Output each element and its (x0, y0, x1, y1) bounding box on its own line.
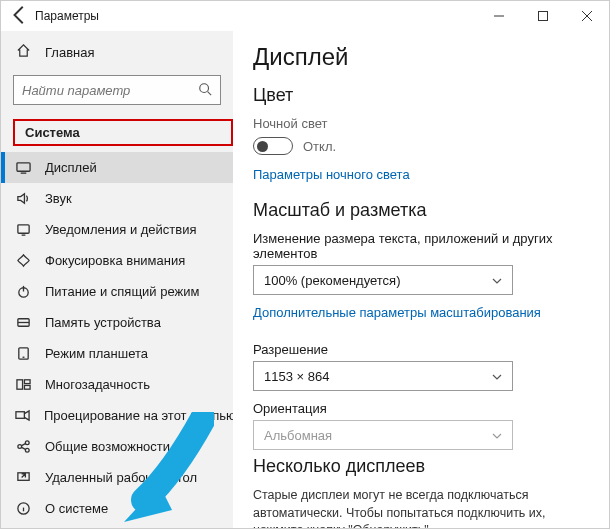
svg-rect-3 (17, 225, 28, 233)
sidebar-item-label: О системе (45, 501, 108, 516)
about-icon (15, 501, 31, 516)
svg-point-12 (25, 441, 29, 445)
group-multi-heading: Несколько дисплеев (253, 456, 589, 477)
content-area: Главная Система Дисплей Звук (1, 31, 609, 528)
chevron-down-icon (492, 429, 502, 441)
night-light-state: Откл. (303, 139, 336, 154)
display-icon (15, 160, 31, 175)
sidebar-item-label: Режим планшета (45, 346, 148, 361)
window-buttons (477, 1, 609, 31)
sidebar-home[interactable]: Главная (1, 35, 233, 69)
svg-rect-9 (24, 385, 30, 389)
scale-size-combo[interactable]: 100% (рекомендуется) (253, 265, 513, 295)
resolution-label: Разрешение (253, 342, 589, 357)
chevron-down-icon (492, 370, 502, 382)
sidebar-item-notifications[interactable]: Уведомления и действия (1, 214, 233, 245)
scale-size-value: 100% (рекомендуется) (264, 273, 400, 288)
shared-icon (15, 439, 31, 454)
sidebar: Главная Система Дисплей Звук (1, 31, 233, 528)
orientation-value: Альбомная (264, 428, 332, 443)
multitask-icon (15, 377, 31, 392)
multi-description: Старые дисплеи могут не всегда подключат… (253, 487, 583, 528)
sidebar-item-sound[interactable]: Звук (1, 183, 233, 214)
focus-icon (15, 253, 31, 268)
svg-rect-7 (16, 380, 22, 389)
back-icon[interactable] (9, 4, 31, 29)
sidebar-home-label: Главная (45, 45, 94, 60)
search-input-wrap[interactable] (13, 75, 221, 105)
advanced-scale-link[interactable]: Дополнительные параметры масштабирования (253, 305, 541, 320)
sidebar-item-label: Удаленный рабочий стол (45, 470, 197, 485)
sidebar-item-label: Проецирование на этот компьютер (44, 408, 233, 423)
night-light-settings-link[interactable]: Параметры ночного света (253, 167, 410, 182)
sidebar-item-project[interactable]: Проецирование на этот компьютер (1, 400, 233, 431)
remote-icon (15, 470, 31, 485)
sidebar-item-label: Память устройства (45, 315, 161, 330)
project-icon (15, 408, 30, 423)
sidebar-item-power[interactable]: Питание и спящий режим (1, 276, 233, 307)
sidebar-item-focus[interactable]: Фокусировка внимания (1, 245, 233, 276)
search-input[interactable] (22, 83, 198, 98)
sidebar-section-label: Система (13, 119, 233, 146)
chevron-down-icon (492, 274, 502, 286)
main-panel: Дисплей Цвет Ночной свет Откл. Параметры… (233, 31, 609, 528)
resolution-combo[interactable]: 1153 × 864 (253, 361, 513, 391)
search-icon (198, 82, 212, 99)
svg-rect-8 (24, 380, 30, 384)
night-light-label: Ночной свет (253, 116, 589, 131)
page-title: Дисплей (253, 43, 589, 71)
group-color-heading: Цвет (253, 85, 589, 106)
resolution-value: 1153 × 864 (264, 369, 329, 384)
svg-point-1 (200, 83, 209, 92)
svg-rect-10 (16, 412, 24, 419)
power-icon (15, 284, 31, 299)
sidebar-item-display[interactable]: Дисплей (1, 152, 233, 183)
orientation-combo[interactable]: Альбомная (253, 420, 513, 450)
sidebar-item-storage[interactable]: Память устройства (1, 307, 233, 338)
sidebar-item-label: Звук (45, 191, 72, 206)
sidebar-item-label: Фокусировка внимания (45, 253, 185, 268)
window-title: Параметры (35, 9, 477, 23)
sidebar-item-label: Многозадачность (45, 377, 150, 392)
titlebar: Параметры (1, 1, 609, 31)
settings-window: Параметры Главная (0, 0, 610, 529)
group-scale-heading: Масштаб и разметка (253, 200, 589, 221)
sidebar-item-label: Питание и спящий режим (45, 284, 199, 299)
tablet-icon (15, 346, 31, 361)
storage-icon (15, 315, 31, 330)
maximize-button[interactable] (521, 1, 565, 31)
sound-icon (15, 191, 31, 206)
sidebar-item-about[interactable]: О системе (1, 493, 233, 524)
sidebar-item-tablet[interactable]: Режим планшета (1, 338, 233, 369)
sidebar-item-remote[interactable]: Удаленный рабочий стол (1, 462, 233, 493)
scale-size-label: Изменение размера текста, приложений и д… (253, 231, 589, 261)
orientation-label: Ориентация (253, 401, 589, 416)
sidebar-item-label: Общие возможности (45, 439, 170, 454)
sidebar-item-label: Дисплей (45, 160, 97, 175)
night-light-toggle-row: Откл. (253, 137, 589, 155)
minimize-button[interactable] (477, 1, 521, 31)
notification-icon (15, 222, 31, 237)
sidebar-item-label: Уведомления и действия (45, 222, 197, 237)
sidebar-item-shared[interactable]: Общие возможности (1, 431, 233, 462)
svg-point-13 (25, 448, 29, 452)
close-button[interactable] (565, 1, 609, 31)
svg-rect-2 (16, 163, 29, 171)
sidebar-item-multitask[interactable]: Многозадачность (1, 369, 233, 400)
sidebar-nav: Дисплей Звук Уведомления и действия Фоку… (1, 152, 233, 528)
svg-rect-0 (539, 12, 548, 21)
night-light-toggle[interactable] (253, 137, 293, 155)
svg-point-11 (17, 445, 21, 449)
home-icon (15, 43, 31, 61)
